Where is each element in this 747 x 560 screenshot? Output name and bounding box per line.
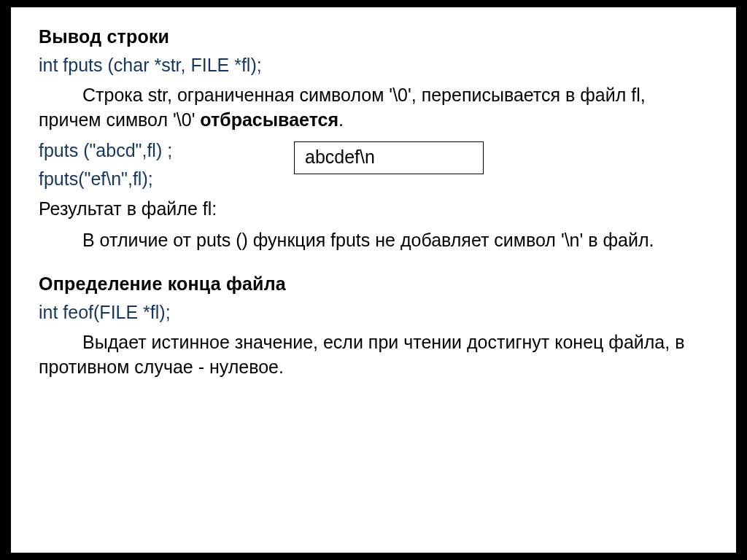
feof-signature: int feof(FILE *fl); [39,302,708,323]
feof-description: Выдает истинное значение, если при чтени… [39,330,708,380]
section2-heading: Определение конца файла [39,273,708,295]
section1-heading: Вывод строки [39,26,708,47]
code-line-2: fputs("ef\n",fl); [39,168,294,190]
code-line-1: fputs ("abcd",fl) ; [39,140,294,161]
desc-text-bold: отбрасывается [200,109,338,130]
spacer [39,260,708,273]
output-box-wrap: abcdef\n [294,140,484,174]
code-row: fputs ("abcd",fl) ; fputs("ef\n",fl); ab… [39,140,708,197]
output-box: abcdef\n [294,141,484,174]
slide-page: Вывод строки int fputs (char *str, FILE … [11,7,736,553]
code-column: fputs ("abcd",fl) ; fputs("ef\n",fl); [39,140,294,197]
desc-text-c: . [338,109,344,130]
fputs-note: В отличие от puts () функция fputs не до… [39,228,708,253]
fputs-description: Строка str, ограниченная символом '\0', … [39,83,708,133]
result-label: Результат в файле fl: [39,197,708,222]
fputs-signature: int fputs (char *str, FILE *fl); [39,55,708,76]
